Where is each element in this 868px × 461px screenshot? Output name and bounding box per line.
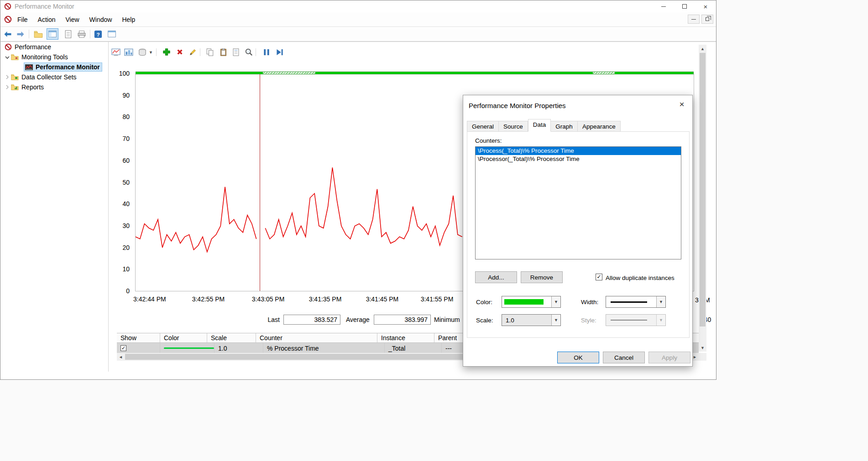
add-counter-button[interactable] xyxy=(161,47,173,57)
tab-data[interactable]: Data xyxy=(528,119,551,132)
child-minimize-button[interactable] xyxy=(688,15,700,24)
folder-report-icon xyxy=(11,84,19,90)
sidebar-item-reports[interactable]: Reports xyxy=(1,82,108,92)
tab-source[interactable]: Source xyxy=(499,121,528,132)
sidebar-item-performance[interactable]: Performance xyxy=(1,42,108,52)
chevron-down-icon[interactable]: ▼ xyxy=(551,296,560,307)
width-line-sample xyxy=(611,301,647,303)
menu-window[interactable]: Window xyxy=(85,14,117,26)
counters-listbox[interactable]: \Process(_Total)\% Processor Time \Proce… xyxy=(475,146,681,259)
step-forward-icon xyxy=(276,49,283,56)
chevron-down-icon[interactable]: ▼ xyxy=(149,50,153,55)
minimize-icon xyxy=(691,19,696,20)
apply-button: Apply xyxy=(648,352,690,363)
counters-label: Counters: xyxy=(475,137,502,144)
counter-list-item[interactable]: \Process(_Total)\% Processor Time xyxy=(476,147,681,155)
close-button[interactable]: × xyxy=(695,0,716,12)
sidebar-item-monitoring-tools[interactable]: Monitoring Tools xyxy=(1,52,108,62)
scroll-up-icon[interactable]: ▲ xyxy=(699,45,706,52)
menu-view[interactable]: View xyxy=(61,14,84,26)
allow-duplicate-checkbox[interactable]: ✓ xyxy=(596,274,602,280)
tab-graph[interactable]: Graph xyxy=(551,121,578,132)
y-tick-label: 20 xyxy=(109,244,130,251)
style-line-sample xyxy=(611,320,647,321)
dialog-tabs: General Source Data Graph Appearance xyxy=(467,120,621,132)
perfmon-logo-icon xyxy=(5,43,12,51)
view-current-activity-button[interactable] xyxy=(110,47,122,57)
child-restore-button[interactable] xyxy=(701,15,713,24)
selected-tree-item: Performance Monitor xyxy=(24,62,102,72)
menu-bar: File Action View Window Help xyxy=(0,12,716,27)
chevron-down-icon[interactable]: ▼ xyxy=(551,315,560,326)
y-tick-label: 30 xyxy=(109,222,130,229)
console-logo-icon xyxy=(4,16,12,23)
style-dropdown: ▼ xyxy=(606,314,666,326)
back-button[interactable] xyxy=(2,28,14,40)
sidebar-item-performance-monitor[interactable]: Performance Monitor xyxy=(1,62,108,72)
cell-scale: 1.0 xyxy=(214,343,263,353)
delete-counter-button[interactable] xyxy=(174,47,186,57)
copy-properties-button[interactable] xyxy=(204,47,216,57)
cell-counter: % Processor Time xyxy=(263,343,385,353)
tab-general[interactable]: General xyxy=(467,121,499,132)
header-color[interactable]: Color xyxy=(160,333,207,342)
header-scale[interactable]: Scale xyxy=(207,333,256,342)
back-arrow-icon xyxy=(3,30,12,38)
show-console-tree-button[interactable] xyxy=(47,28,58,40)
zoom-button[interactable] xyxy=(243,47,255,57)
properties-button[interactable] xyxy=(62,28,74,40)
tree-label: Reports xyxy=(21,83,44,91)
properties-sheet-icon xyxy=(233,48,239,56)
show-checkbox[interactable]: ✓ xyxy=(120,345,126,351)
dialog-close-button[interactable]: × xyxy=(671,95,692,114)
tab-appearance[interactable]: Appearance xyxy=(578,121,621,132)
help-icon: ? xyxy=(94,30,102,38)
properties-button[interactable] xyxy=(230,47,242,57)
width-dropdown[interactable]: ▼ xyxy=(606,296,666,308)
paste-counter-list-button[interactable] xyxy=(217,47,229,57)
scale-dropdown[interactable]: 1.0 ▼ xyxy=(502,314,561,326)
counter-list-item[interactable]: \Processor(_Total)\% Processor Time xyxy=(476,155,681,163)
maximize-button[interactable] xyxy=(674,0,695,12)
vertical-scroll-thumb[interactable] xyxy=(700,53,706,326)
chevron-down-icon[interactable]: ▼ xyxy=(656,296,665,307)
chevron-right-icon[interactable] xyxy=(4,73,11,81)
header-show[interactable]: Show xyxy=(117,333,160,342)
print-button[interactable] xyxy=(76,28,88,40)
restore-icon xyxy=(706,17,709,21)
menu-action[interactable]: Action xyxy=(33,14,60,26)
forward-button[interactable] xyxy=(15,28,26,40)
color-swatch xyxy=(504,299,544,305)
perfmon-logo-icon xyxy=(4,3,11,10)
chevron-down-icon: ▼ xyxy=(656,315,665,326)
chevron-down-icon[interactable] xyxy=(4,53,11,61)
help-button[interactable]: ? xyxy=(92,28,104,40)
header-instance[interactable]: Instance xyxy=(377,333,434,342)
highlight-button[interactable] xyxy=(187,47,199,57)
scroll-down-icon[interactable]: ▼ xyxy=(699,344,706,352)
remove-button[interactable]: Remove xyxy=(521,271,563,283)
plus-icon xyxy=(162,48,171,56)
color-dropdown[interactable]: ▼ xyxy=(502,296,561,308)
add-button[interactable]: Add... xyxy=(475,271,517,283)
freeze-display-button[interactable] xyxy=(261,47,272,57)
change-graph-type-button[interactable] xyxy=(123,47,135,57)
chevron-right-icon[interactable] xyxy=(4,83,11,91)
header-counter[interactable]: Counter xyxy=(256,333,377,342)
export-list-button[interactable] xyxy=(32,28,44,40)
update-data-button[interactable] xyxy=(274,47,286,57)
x-tick-label: 3:43:05 PM xyxy=(252,295,285,303)
style-label: Style: xyxy=(581,317,596,324)
scroll-left-icon[interactable]: ◄ xyxy=(117,353,125,361)
close-icon: × xyxy=(679,99,684,109)
minimize-button[interactable] xyxy=(653,0,674,12)
vertical-scrollbar[interactable]: ▲ ▼ xyxy=(699,45,706,352)
cancel-button[interactable]: Cancel xyxy=(603,352,645,363)
menu-file[interactable]: File xyxy=(13,14,32,26)
new-window-button[interactable] xyxy=(106,28,118,40)
view-log-data-button[interactable] xyxy=(136,47,148,57)
sidebar-item-data-collector-sets[interactable]: Data Collector Sets xyxy=(1,72,108,82)
ok-button[interactable]: OK xyxy=(557,352,599,363)
menu-help[interactable]: Help xyxy=(117,14,140,26)
toolbar-separator xyxy=(156,48,157,56)
